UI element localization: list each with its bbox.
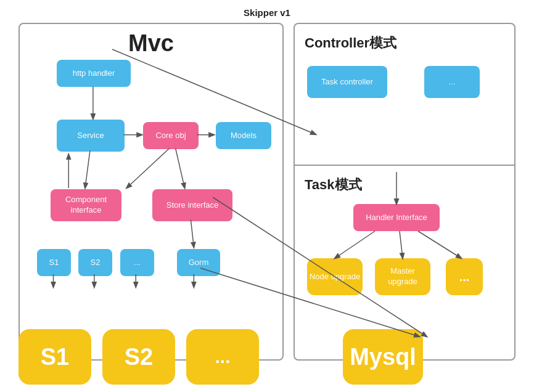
ellipsis-large-box: ...: [186, 329, 259, 385]
master-upgrade-box: Master upgrade: [375, 258, 430, 295]
component-interface-box: Component interface: [51, 189, 121, 221]
mvc-title: Mvc: [20, 24, 282, 57]
right-panel: Controller模式 Task controller ... Task模式 …: [294, 23, 516, 361]
s2-small-box: S2: [78, 249, 112, 276]
http-handler-box: http handler: [57, 60, 131, 87]
mysql-large-box: Mysql: [343, 329, 423, 385]
task-controller-box: Task controller: [307, 66, 387, 98]
models-box: Models: [216, 122, 271, 149]
svg-line-12: [335, 231, 375, 258]
page-title: Skipper v1: [0, 0, 534, 23]
svg-line-5: [176, 149, 185, 189]
s1-large-box: S1: [18, 329, 91, 385]
gorm-box: Gorm: [177, 249, 220, 276]
ellipsis-small-box: ...: [120, 249, 154, 276]
svg-line-7: [191, 220, 194, 248]
controller-ellipsis-box: ...: [424, 66, 480, 98]
node-upgrade-box: Node upgrade: [307, 258, 363, 295]
mvc-panel: Mvc http handler Service Core obj Models…: [18, 23, 284, 361]
controller-title: Controller模式: [301, 30, 508, 61]
task-ellipsis-box: ...: [446, 258, 483, 295]
svg-line-1: [85, 150, 90, 188]
s1-small-box: S1: [37, 249, 71, 276]
core-obj-box: Core obj: [143, 122, 199, 149]
bottom-boxes: S1 S2 ... Mysql: [18, 329, 423, 385]
controller-section: Controller模式 Task controller ...: [295, 24, 514, 166]
store-interface-box: Store interface: [152, 189, 232, 221]
service-box: Service: [57, 120, 125, 152]
s2-large-box: S2: [102, 329, 175, 385]
svg-line-14: [418, 231, 461, 258]
svg-line-13: [400, 231, 403, 258]
svg-line-4: [126, 149, 169, 189]
handler-interface-box: Handler Interface: [353, 204, 440, 231]
task-title: Task模式: [301, 172, 508, 203]
